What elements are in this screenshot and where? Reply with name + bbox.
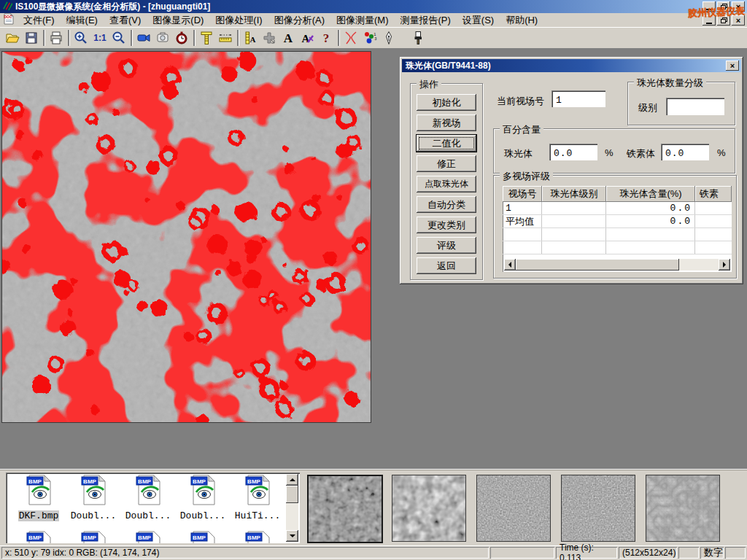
col-pearlite-grade[interactable]: 珠光体级别 <box>542 186 606 202</box>
table-row[interactable]: 平均值 0.0 <box>503 215 732 228</box>
col-ferrite[interactable]: 铁素 <box>695 186 732 202</box>
filmstrip-panel: BMP DKF.bmp BMP Doubl... <box>0 469 747 545</box>
annotate-icon: A <box>300 31 314 45</box>
return-button[interactable]: 返回 <box>417 257 476 274</box>
file-item[interactable]: BMP <box>121 531 175 543</box>
menu-measure-report[interactable]: 测量报告(P) <box>394 13 456 28</box>
scroll-up-button[interactable] <box>286 474 298 486</box>
pen-nib-icon <box>382 31 396 45</box>
pearlite-label: 珠光体 <box>504 147 533 160</box>
file-item[interactable]: BMP Doubl... <box>121 475 175 521</box>
col-field-no[interactable]: 视场号 <box>503 186 542 202</box>
file-item[interactable]: BMP Doubl... <box>66 475 120 521</box>
grade-input[interactable] <box>666 98 724 115</box>
operations-group: 操作 初始化 新视场 二值化 修正 点取珠光体 自动分类 更改类别 评级 返回 <box>410 83 483 280</box>
pick-pearlite-button[interactable]: 点取珠光体 <box>417 176 476 192</box>
scroll-down-button[interactable] <box>286 530 298 542</box>
menu-image-measure[interactable]: 图像测量(M) <box>330 13 395 28</box>
menu-image-analysis[interactable]: 图像分析(A) <box>268 13 330 28</box>
save-button[interactable] <box>22 29 41 47</box>
rating-table[interactable]: 视场号 珠光体级别 珠光体含量(%) 铁素 1 0.0 平均值 0.0 <box>503 186 732 272</box>
pen-button[interactable] <box>379 29 398 47</box>
file-item[interactable]: BMP <box>66 531 120 543</box>
one-to-one-icon: 1:1 <box>93 33 106 43</box>
thumbnail-4[interactable] <box>561 475 635 542</box>
binarize-button[interactable]: 二值化 <box>417 135 476 152</box>
svg-text:BMP: BMP <box>193 534 206 541</box>
dialog-close-button[interactable]: × <box>726 61 739 71</box>
rate-button[interactable]: 评级 <box>417 237 476 254</box>
open-button[interactable] <box>3 29 22 47</box>
scroll-right-button[interactable] <box>719 259 730 271</box>
auto-classify-button[interactable]: 自动分类 <box>417 196 476 213</box>
annotate-button[interactable]: A <box>298 29 317 47</box>
thumbnail-2[interactable] <box>392 475 466 542</box>
curve-tool-button[interactable] <box>341 29 360 47</box>
scroll-left-button[interactable] <box>504 259 516 271</box>
measure-text-button[interactable]: A <box>241 29 260 47</box>
menu-help[interactable]: 帮助(H) <box>500 13 543 28</box>
file-name[interactable]: DKF.bmp <box>18 510 60 521</box>
file-item[interactable]: BMP <box>176 531 230 543</box>
zoom-out-button[interactable] <box>109 29 128 47</box>
col-pearlite-content[interactable]: 珠光体含量(%) <box>606 186 695 202</box>
move-button[interactable] <box>260 29 279 47</box>
video-capture-button[interactable] <box>134 29 153 47</box>
menu-view[interactable]: 查看(V) <box>104 13 147 28</box>
dialog-title-bar[interactable]: 珠光体(GB/T9441-88) × <box>402 59 741 72</box>
menu-settings[interactable]: 设置(S) <box>457 13 500 28</box>
menu-image-display[interactable]: 图像显示(D) <box>147 13 209 28</box>
current-field-input[interactable] <box>551 90 605 107</box>
brush-button[interactable] <box>409 29 427 47</box>
file-list[interactable]: BMP DKF.bmp BMP Doubl... <box>6 472 300 543</box>
svg-text:?: ? <box>323 31 330 45</box>
grade-group: 珠光体数量分级 级别 <box>627 82 735 125</box>
file-item[interactable]: BMP HuiTi... <box>231 475 285 521</box>
thumbnail-5[interactable] <box>646 475 720 542</box>
file-name[interactable]: Doubl... <box>125 510 171 521</box>
file-item[interactable]: BMP <box>12 531 66 543</box>
thumbnail-3[interactable] <box>476 475 551 542</box>
bmp-file-icon: BMP <box>81 475 106 505</box>
zoom-in-button[interactable] <box>71 29 90 47</box>
print-button[interactable] <box>47 29 66 47</box>
open-icon <box>5 31 20 45</box>
timer-button[interactable] <box>172 29 191 47</box>
help-button[interactable]: ? <box>317 29 336 47</box>
classify-button[interactable]: 1 3 <box>360 29 379 47</box>
bmp-file-icon: BMP <box>245 475 270 505</box>
table-row[interactable]: 1 0.0 <box>503 202 732 215</box>
grade-label: 级别 <box>638 101 657 114</box>
init-button[interactable]: 初始化 <box>417 94 476 111</box>
scroll-thumb[interactable] <box>516 259 679 271</box>
menu-image-processing[interactable]: 图像处理(I) <box>209 13 268 28</box>
caliper-button[interactable] <box>197 29 216 47</box>
menu-edit[interactable]: 编辑(E) <box>61 13 104 28</box>
file-name[interactable]: HuiTi... <box>234 510 281 521</box>
file-item[interactable]: BMP DKF.bmp <box>12 475 66 521</box>
correct-button[interactable]: 修正 <box>417 155 476 172</box>
minimize-icon <box>706 23 712 24</box>
ruler-button[interactable] <box>216 29 235 47</box>
table-h-scrollbar[interactable] <box>504 259 730 271</box>
scroll-thumb[interactable] <box>286 486 298 503</box>
toolbar-separator <box>237 30 239 46</box>
svg-text:A: A <box>284 31 293 45</box>
new-field-button[interactable]: 新视场 <box>417 114 476 131</box>
change-class-button[interactable]: 更改类别 <box>417 217 476 233</box>
file-item[interactable]: BMP Doubl... <box>176 475 230 521</box>
thumbnail-1[interactable] <box>307 475 383 543</box>
status-image-size: (512x512x24) <box>619 547 677 559</box>
brush-icon <box>411 31 425 45</box>
file-name[interactable]: Doubl... <box>70 510 117 521</box>
ferrite-percent-input[interactable] <box>661 144 709 160</box>
pearlite-percent-input[interactable] <box>549 144 597 160</box>
metallographic-image[interactable] <box>1 51 371 423</box>
file-list-scrollbar[interactable] <box>286 474 298 542</box>
file-item[interactable]: BMP <box>231 531 285 543</box>
menu-file[interactable]: 文件(F) <box>18 13 61 28</box>
text-button[interactable]: A <box>279 29 298 47</box>
actual-size-button[interactable]: 1:1 <box>90 29 109 47</box>
file-name[interactable]: Doubl... <box>179 510 226 521</box>
camera-capture-button[interactable] <box>153 29 172 47</box>
